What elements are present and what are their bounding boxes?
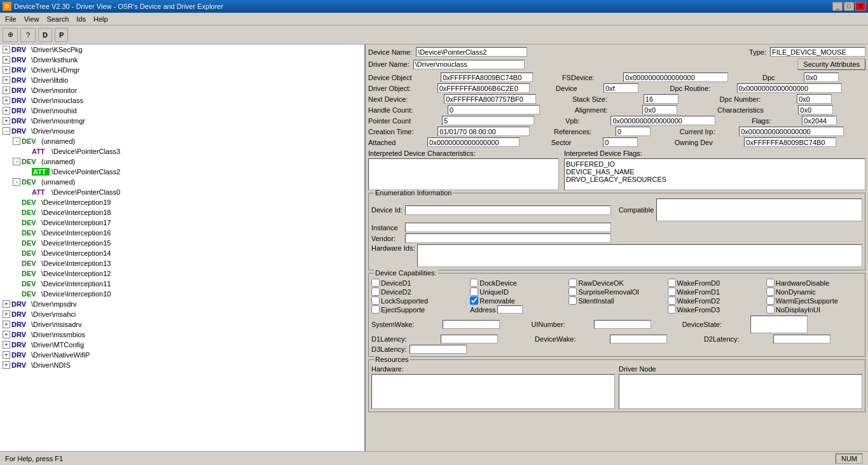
security-attributes-btn[interactable]: Security Attributes (797, 59, 865, 70)
cap-address[interactable]: Address (470, 305, 566, 314)
expand-icon[interactable]: + (3, 107, 10, 115)
tree-item[interactable]: DEV \Device\Interception18 (0, 207, 364, 218)
tree-item[interactable]: - DEV (unnamed) (0, 156, 364, 167)
cap-deviced2-check[interactable] (371, 288, 380, 296)
tree-item[interactable]: DEV \Device\Interception16 (0, 228, 364, 238)
tree-item[interactable]: + DRV \Driver\mssmbios (0, 330, 364, 340)
vpb-input[interactable] (610, 116, 715, 125)
cap-ejectsupporte[interactable]: EjectSupporte (371, 305, 467, 314)
creation-time-input[interactable] (437, 127, 530, 136)
close-btn[interactable]: ✕ (855, 2, 865, 11)
devicestate-input[interactable] (750, 316, 808, 333)
tree-item[interactable]: + DRV \Driver\NDIS (0, 360, 364, 370)
expand-icon[interactable]: + (3, 321, 10, 328)
tree-item-selected[interactable]: ATT \Device\PointerClass2 (0, 167, 364, 177)
tree-item[interactable]: + DRV \Driver\msahci (0, 309, 364, 319)
expand-icon[interactable]: + (3, 46, 10, 53)
cap-hardwaredisable-check[interactable] (766, 279, 775, 287)
cap-surpriseremoval-check[interactable] (568, 288, 577, 296)
alignment-input[interactable] (642, 105, 677, 115)
dpc-input[interactable] (804, 73, 839, 82)
tree-item[interactable]: + DRV \Driver\mouclass (0, 95, 364, 106)
fsdevice-input[interactable] (623, 73, 728, 82)
stack-size-input[interactable] (644, 94, 679, 104)
tree-item[interactable]: DEV \Device\Interception17 (0, 218, 364, 228)
cap-dockdevice[interactable]: DockDevice (470, 279, 566, 287)
tree-item[interactable]: + DRV \Driver\NativeWifiP (0, 350, 364, 360)
cap-removable-check[interactable] (470, 296, 478, 305)
cap-rawdeviceok[interactable]: RawDeviceOK (568, 279, 665, 287)
cap-nondynamic-check[interactable] (766, 288, 775, 296)
handle-count-input[interactable] (448, 105, 540, 115)
tree-item[interactable]: + DRV \Driver\mpsdrv (0, 299, 364, 309)
cap-locksupported-check[interactable] (371, 296, 380, 305)
tree-item[interactable]: - DRV \Driver\mouse (0, 126, 364, 136)
device-name-input[interactable] (416, 47, 527, 57)
expand-icon[interactable]: + (3, 341, 10, 349)
tree-item[interactable]: + DRV \Driver\LHDmgr (0, 65, 364, 75)
d1latency-input[interactable] (441, 335, 498, 344)
minimize-btn[interactable]: _ (832, 2, 843, 11)
references-input[interactable] (616, 127, 651, 136)
devicewake-input[interactable] (610, 335, 667, 344)
pointer-count-input[interactable] (442, 116, 534, 125)
cap-hardwaredisable[interactable]: HardwareDisable (766, 279, 862, 287)
current-irp-input[interactable] (739, 127, 844, 136)
tree-item[interactable]: DEV \Device\Interception10 (0, 289, 364, 299)
tree-item[interactable]: + DRV \Driver\mouhid (0, 106, 364, 116)
cap-wakefromd1[interactable]: WakeFromD1 (668, 288, 764, 296)
tree-item[interactable]: + DRV \Driver\MTConfig (0, 340, 364, 350)
cap-wakefromd0[interactable]: WakeFromD0 (668, 279, 764, 287)
device-input[interactable] (603, 83, 638, 93)
d2latency-input[interactable] (773, 335, 830, 344)
cap-warmeject-check[interactable] (766, 296, 775, 305)
toolbar-add-btn[interactable]: ⊕ (3, 28, 18, 42)
cap-surpriseremoval[interactable]: SurpriseRemovalOl (568, 288, 665, 296)
cap-silentinstall[interactable]: SilentInstall (568, 296, 665, 305)
driver-object-input[interactable] (437, 83, 530, 93)
expand-icon[interactable]: + (3, 331, 10, 338)
expand-icon[interactable]: + (3, 300, 10, 308)
menu-ids[interactable]: Ids (72, 14, 90, 24)
tree-item[interactable]: - DEV (unnamed) (0, 136, 364, 146)
attached-input[interactable] (427, 137, 520, 147)
expand-icon[interactable]: + (3, 56, 10, 64)
expand-icon[interactable]: + (3, 87, 10, 94)
expand-icon[interactable]: - (13, 178, 20, 186)
hardware-box[interactable] (371, 374, 615, 409)
characteristics-input[interactable] (798, 105, 833, 115)
tree-item[interactable]: + DRV \Driver\msisadrv (0, 319, 364, 330)
toolbar-help-btn[interactable]: ? (20, 28, 36, 42)
tree-item[interactable]: + DRV \Driver\lltdio (0, 75, 364, 85)
cap-deviced2[interactable]: DeviceD2 (371, 288, 467, 296)
expand-icon[interactable]: + (3, 351, 10, 359)
cap-wakefromd1-check[interactable] (668, 288, 676, 296)
device-object-input[interactable] (441, 73, 533, 82)
cap-wakefromd3[interactable]: WakeFromD3 (668, 305, 764, 314)
cap-locksupported[interactable]: LockSupported (371, 296, 467, 305)
driver-node-box[interactable] (619, 374, 862, 409)
tree-item[interactable]: DEV \Device\Interception13 (0, 258, 364, 268)
expand-icon[interactable]: + (3, 310, 10, 318)
flags-input[interactable] (802, 116, 837, 125)
cap-deviced1[interactable]: DeviceD1 (371, 279, 467, 287)
dpc-number-input[interactable] (797, 94, 832, 104)
tree-item[interactable]: DEV \Device\Interception15 (0, 238, 364, 248)
sector-input[interactable] (603, 137, 638, 147)
toolbar-process-btn[interactable]: P (55, 28, 68, 42)
dpc-routine-input[interactable] (737, 83, 842, 93)
cap-nodisplayinui[interactable]: NoDisplayInUI (766, 305, 862, 314)
vendor-input[interactable] (405, 233, 611, 243)
type-input[interactable] (770, 47, 865, 57)
cap-ejectsupporte-check[interactable] (371, 305, 380, 314)
owning-dev-input[interactable] (744, 137, 836, 147)
cap-nodisplayinui-check[interactable] (766, 305, 775, 314)
tree-item[interactable]: ATT \Device\PointerClass3 (0, 146, 364, 156)
tree-panel[interactable]: + DRV \Driver\KSecPkg + DRV \Driver\ksth… (0, 45, 366, 451)
cap-wakefromd0-check[interactable] (668, 279, 676, 287)
cap-wakefromd2[interactable]: WakeFromD2 (668, 296, 764, 305)
menu-view[interactable]: View (20, 14, 43, 24)
tree-item[interactable]: + DRV \Driver\mountmgr (0, 116, 364, 126)
tree-item[interactable]: + DRV \Driver\KSecPkg (0, 45, 364, 55)
compatible-box[interactable] (656, 198, 862, 221)
